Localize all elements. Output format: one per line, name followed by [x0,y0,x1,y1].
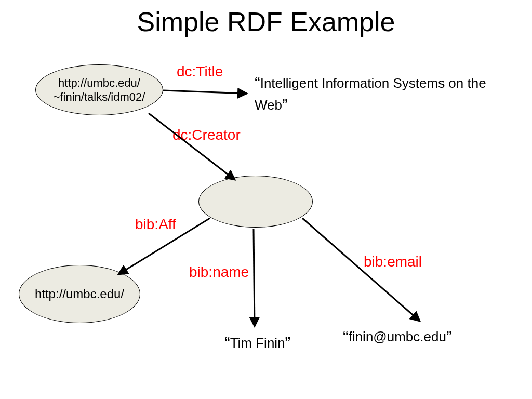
literal-title: “Intelligent Information Systems on the … [255,73,504,116]
node-subject-uri-line1: http://umbc.edu/ [58,76,140,89]
edge-label-dc-title: dc:Title [177,63,223,80]
arrow-bib-name [254,229,255,326]
arrow-dc-title [163,90,247,94]
node-affiliation-label: http://umbc.edu/ [35,286,124,302]
edge-label-bib-name: bib:name [189,264,249,281]
node-subject-uri: http://umbc.edu/ ~finin/talks/idm02/ [35,64,163,115]
literal-name: “Tim Finin” [224,332,290,354]
literal-title-text: Intelligent Information Systems on the W… [255,75,486,113]
diagram-stage: Simple RDF Example http://umbc.edu/ ~fin… [0,0,532,399]
slide-title: Simple RDF Example [0,6,532,37]
edge-label-dc-creator: dc:Creator [172,127,241,143]
literal-name-text: Tim Finin [230,335,285,351]
literal-email-text: finin@umbc.edu [349,329,446,344]
node-affiliation-uri: http://umbc.edu/ [19,265,140,323]
edge-label-bib-aff: bib:Aff [135,216,176,233]
edge-label-bib-email: bib:email [364,254,422,270]
node-subject-uri-line2: ~finin/talks/idm02/ [54,90,145,103]
arrow-dc-creator [149,113,235,180]
node-blank-creator [198,176,313,228]
literal-email: “finin@umbc.edu” [343,326,452,348]
